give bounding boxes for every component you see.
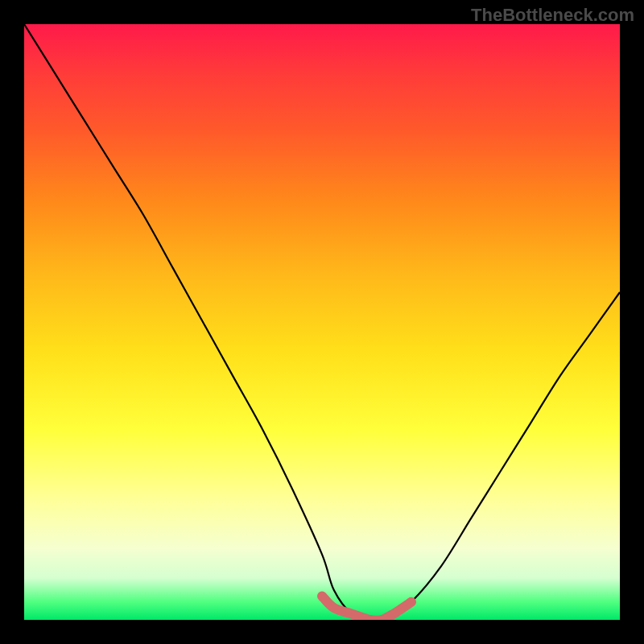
watermark-text: TheBottleneck.com <box>471 5 634 26</box>
chart-plot-area <box>24 24 620 620</box>
chart-svg <box>24 24 620 620</box>
optimal-zone-path <box>322 596 411 620</box>
bottleneck-curve-path <box>24 24 620 620</box>
